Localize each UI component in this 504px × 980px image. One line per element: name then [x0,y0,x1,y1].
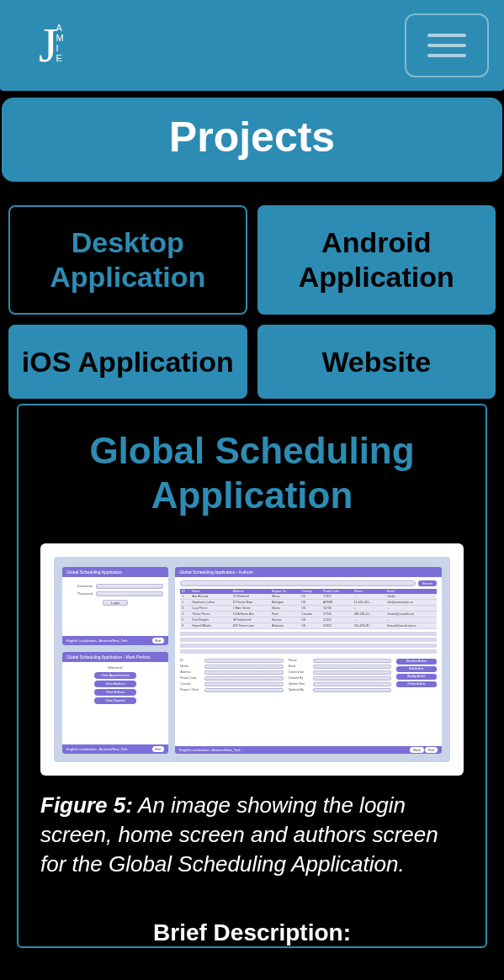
hamburger-icon [427,34,466,37]
project-figure: Global Scheduling Application Username P… [40,543,464,776]
brand-logo[interactable]: J A M I E [39,20,65,71]
mock-authors-table: IDNameAddressRegion / S..CountryPostal C… [180,589,437,629]
figure-caption: Figure 5: An image showing the login scr… [40,791,464,879]
mock-screenshot: Global Scheduling Application Username P… [54,557,450,762]
project-card: Global Scheduling Application Global Sch… [17,404,487,948]
project-title: Global Scheduling Application [40,429,464,518]
logo-letter: J [39,21,58,70]
navbar: J A M I E [0,0,504,91]
page-title-bar: Projects [2,98,502,182]
menu-toggle-button[interactable] [405,13,489,77]
tab-android-application[interactable]: Android Application [257,205,496,315]
mock-menu-panel: Global Scheduling Application - Mark Per… [62,652,168,754]
brief-description-heading: Brief Description: [40,919,464,946]
page-title: Projects [2,113,502,162]
mock-authors-panel: Global Scheduling Application - Authors … [175,567,442,754]
tab-website[interactable]: Website [257,325,496,400]
logo-stack: A M I E [56,23,65,63]
tab-ios-application[interactable]: iOS Application [8,325,247,400]
tabs-container: Desktop Application Android Application … [8,205,496,948]
mock-login-panel: Global Scheduling Application Username P… [62,567,168,645]
tab-desktop-application[interactable]: Desktop Application [8,205,247,315]
